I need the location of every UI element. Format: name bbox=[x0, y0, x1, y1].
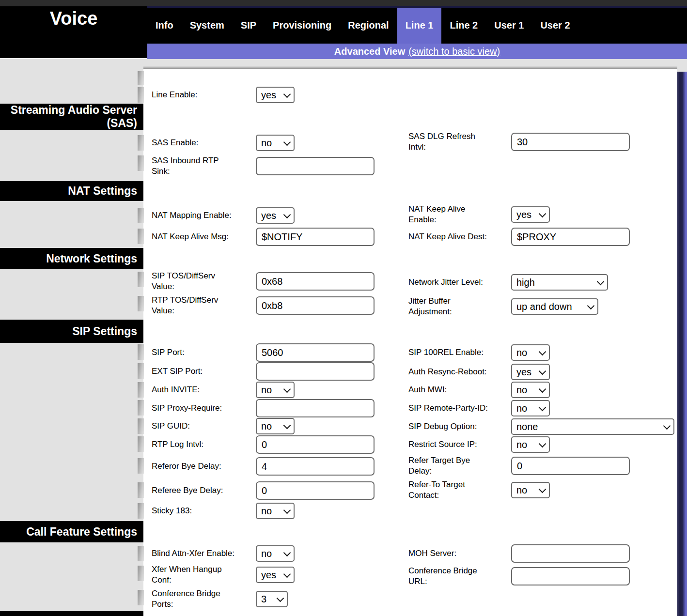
conference-bridge-ports-select[interactable]: 3 bbox=[256, 591, 288, 607]
conference-bridge-ports-label: Conference Bridge Ports: bbox=[152, 588, 232, 610]
auth-resync-label: Auth Resync-Reboot: bbox=[408, 367, 487, 377]
voice-admin-page: Voice Info System SIP Provisioning Regio… bbox=[0, 0, 687, 616]
sip-100rel-select[interactable]: no bbox=[511, 344, 550, 361]
blind-xfer-select[interactable]: no bbox=[256, 545, 295, 562]
refer-to-contact-select[interactable]: no bbox=[511, 482, 550, 498]
referee-bye-label: Referee Bye Delay: bbox=[152, 485, 223, 496]
refer-target-bye-label: Refer Target Bye Delay: bbox=[408, 455, 488, 477]
chevron-down-icon bbox=[283, 138, 291, 146]
sip-tos-input[interactable] bbox=[256, 272, 375, 291]
restrict-source-ip-select[interactable]: no bbox=[511, 436, 550, 453]
refer-target-bye-input[interactable] bbox=[511, 457, 630, 475]
chevron-down-icon bbox=[539, 485, 546, 493]
row-notch bbox=[138, 566, 144, 581]
tab-provisioning[interactable]: Provisioning bbox=[265, 6, 340, 44]
xfer-hangup-select[interactable]: yes bbox=[256, 567, 295, 583]
top-strip bbox=[0, 0, 687, 6]
ext-sip-port-input[interactable] bbox=[256, 362, 375, 381]
switch-view-link[interactable]: (switch to basic view) bbox=[408, 46, 500, 57]
sip-proxy-require-input[interactable] bbox=[256, 399, 375, 417]
sticky-183-label: Sticky 183: bbox=[152, 506, 192, 516]
auth-mwi-label: Auth MWI: bbox=[408, 385, 447, 395]
section-header-callfeature: Call Feature Settings bbox=[0, 521, 143, 542]
auth-resync-select[interactable]: yes bbox=[511, 364, 550, 380]
jitter-buffer-select[interactable]: up and down bbox=[511, 298, 598, 315]
sip-proxy-require-label: SIP Proxy-Require: bbox=[152, 403, 222, 414]
nat-mapping-select[interactable]: yes bbox=[256, 207, 295, 224]
sip-100rel-label: SIP 100REL Enable: bbox=[408, 347, 484, 358]
conference-bridge-url-label: Conference Bridge URL: bbox=[408, 566, 488, 587]
nat-keepalive-msg-input[interactable] bbox=[256, 228, 375, 246]
chevron-down-icon bbox=[283, 570, 291, 578]
referor-bye-label: Referor Bye Delay: bbox=[152, 461, 221, 472]
sticky-183-select[interactable]: no bbox=[256, 503, 295, 519]
sip-debug-label: SIP Debug Option: bbox=[408, 421, 477, 432]
chevron-down-icon bbox=[283, 211, 291, 218]
restrict-source-ip-label: Restrict Source IP: bbox=[408, 439, 477, 450]
row-notch bbox=[138, 503, 144, 519]
auth-mwi-select[interactable]: no bbox=[511, 382, 550, 398]
rtp-tos-label: RTP TOS/DiffServ Value: bbox=[152, 295, 232, 316]
nat-mapping-label: NAT Mapping Enable: bbox=[152, 210, 232, 221]
row-notch bbox=[138, 208, 144, 223]
referor-bye-input[interactable] bbox=[256, 457, 375, 476]
tab-line1[interactable]: Line 1 bbox=[397, 6, 442, 44]
view-mode-bar: Advanced View (switch to basic view) bbox=[147, 44, 687, 59]
tab-info[interactable]: Info bbox=[147, 6, 182, 44]
row-notch bbox=[138, 296, 144, 311]
section-header-sip: SIP Settings bbox=[0, 320, 143, 343]
sip-port-input[interactable] bbox=[256, 343, 375, 362]
rtp-tos-input[interactable] bbox=[256, 296, 375, 315]
tab-line2[interactable]: Line 2 bbox=[441, 6, 486, 44]
row-notch bbox=[138, 400, 144, 416]
line-enable-select[interactable]: yes bbox=[256, 87, 295, 103]
section-header-nat: NAT Settings bbox=[0, 181, 143, 201]
row-notch bbox=[138, 546, 144, 561]
nat-keepalive-enable-select[interactable]: yes bbox=[511, 206, 550, 223]
section-header-sas: Streaming Audio Server (SAS) bbox=[0, 104, 143, 130]
tab-regional[interactable]: Regional bbox=[340, 6, 397, 44]
sip-port-label: SIP Port: bbox=[152, 347, 185, 358]
sip-guid-select[interactable]: no bbox=[256, 418, 295, 434]
chevron-down-icon bbox=[539, 210, 546, 217]
section-header-network: Network Settings bbox=[0, 248, 143, 269]
auth-invite-select[interactable]: no bbox=[256, 382, 295, 398]
chevron-down-icon bbox=[283, 90, 291, 98]
sas-inbound-rtp-input[interactable] bbox=[256, 157, 375, 175]
sip-rpid-select[interactable]: no bbox=[511, 400, 550, 416]
tab-user2[interactable]: User 2 bbox=[532, 6, 578, 44]
tab-user1[interactable]: User 1 bbox=[486, 6, 532, 44]
sas-dlg-refresh-label: SAS DLG Refresh Intvl: bbox=[408, 131, 488, 153]
sas-enable-select[interactable]: no bbox=[256, 135, 295, 151]
nat-keepalive-dest-input[interactable] bbox=[511, 228, 630, 246]
chevron-down-icon bbox=[587, 302, 595, 309]
referee-bye-input[interactable] bbox=[256, 481, 375, 500]
network-jitter-select[interactable]: high bbox=[511, 274, 608, 291]
chevron-down-icon bbox=[539, 367, 546, 375]
chevron-down-icon bbox=[277, 594, 284, 602]
tab-system[interactable]: System bbox=[182, 6, 233, 44]
sip-debug-select[interactable]: none bbox=[511, 418, 674, 435]
chevron-down-icon bbox=[539, 385, 546, 393]
chevron-down-icon bbox=[663, 422, 671, 430]
line-enable-label: Line Enable: bbox=[152, 90, 198, 100]
tab-sip[interactable]: SIP bbox=[233, 6, 265, 44]
chevron-down-icon bbox=[539, 440, 546, 447]
nat-keepalive-msg-label: NAT Keep Alive Msg: bbox=[152, 231, 229, 242]
nat-keepalive-dest-label: NAT Keep Alive Dest: bbox=[408, 231, 487, 242]
chevron-down-icon bbox=[539, 403, 546, 411]
xfer-hangup-label: Xfer When Hangup Conf: bbox=[152, 564, 232, 585]
rtp-log-input[interactable] bbox=[256, 435, 375, 454]
conference-bridge-url-input[interactable] bbox=[511, 567, 630, 585]
sip-tos-label: SIP TOS/DiffServ Value: bbox=[152, 271, 232, 292]
nat-keepalive-enable-label: NAT Keep Alive Enable: bbox=[408, 204, 488, 225]
row-notch bbox=[138, 418, 144, 434]
network-jitter-label: Network Jitter Level: bbox=[408, 277, 483, 288]
moh-server-label: MOH Server: bbox=[408, 548, 456, 559]
moh-server-input[interactable] bbox=[511, 544, 630, 563]
sas-enable-label: SAS Enable: bbox=[152, 138, 198, 148]
row-notch bbox=[138, 436, 144, 452]
sas-dlg-refresh-input[interactable] bbox=[511, 133, 630, 151]
chevron-down-icon bbox=[283, 385, 291, 393]
tab-bar: Info System SIP Provisioning Regional Li… bbox=[147, 6, 687, 44]
